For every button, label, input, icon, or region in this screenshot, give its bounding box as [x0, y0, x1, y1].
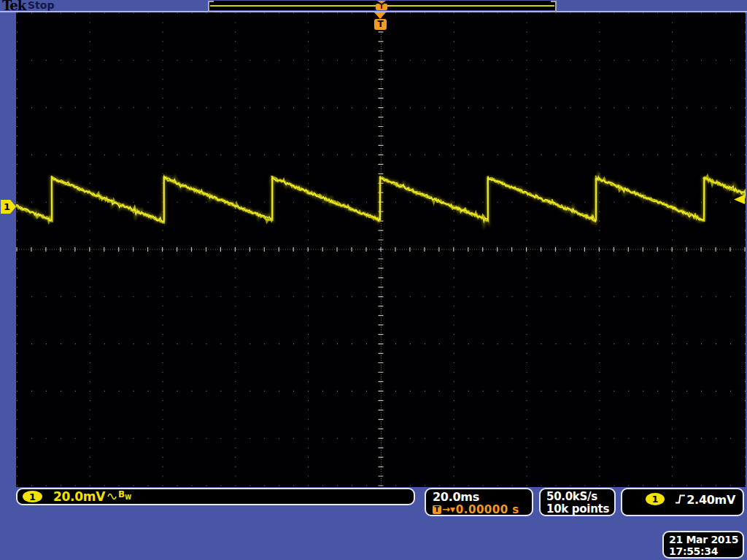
time-value: 17:55:34 — [669, 545, 743, 557]
record-length: 10k points — [546, 503, 614, 516]
graticule-and-trace — [16, 12, 746, 487]
preview-right-bracket-icon — [551, 1, 557, 13]
horizontal-readout: 20.0ms T → ▼ 0.00000 s — [425, 488, 533, 516]
waveform-display — [15, 12, 746, 487]
trigger-t-label: T — [376, 4, 387, 10]
trigger-position-value: 0.00000 s — [456, 503, 519, 516]
rising-edge-icon — [675, 494, 686, 508]
acquisition-status: Stop — [28, 0, 54, 11]
trigger-t-label: T — [374, 19, 387, 30]
right-arrow-icon: → — [442, 505, 450, 514]
preview-trigger-position-icon: T — [375, 1, 388, 10]
trigger-t-chip: T — [433, 505, 441, 514]
channel1-badge: 1 — [23, 491, 42, 502]
bandwidth-limit-icon: BW — [118, 491, 131, 502]
trigger-position-readout: T → ▼ 0.00000 s — [433, 503, 532, 516]
acquisition-readout: 50.0kS/s 10k points — [539, 488, 616, 516]
trigger-source-badge: 1 — [646, 493, 665, 505]
channel1-readout: 1 20.0mV BW — [16, 488, 415, 505]
trigger-readout: 1 2.40mV — [621, 488, 744, 516]
channel1-scale: 20.0mV — [53, 489, 105, 504]
preview-left-bracket-icon — [208, 1, 214, 13]
down-arrow-icon — [374, 12, 386, 19]
delay-marker-icon: ▼ — [450, 506, 455, 513]
trigger-level-value: 2.40mV — [686, 493, 735, 507]
date-value: 21 Mar 2015 — [669, 534, 743, 545]
ac-coupling-icon — [107, 491, 117, 502]
datetime-readout: 21 Mar 2015 17:55:34 — [662, 531, 744, 559]
sample-rate: 50.0kS/s — [546, 491, 614, 503]
trigger-position-marker: T — [374, 12, 387, 31]
acquisition-preview-bar: T — [208, 1, 557, 10]
timebase-scale: 20.0ms — [433, 491, 532, 503]
channel1-ground-marker: 1 — [1, 200, 16, 214]
